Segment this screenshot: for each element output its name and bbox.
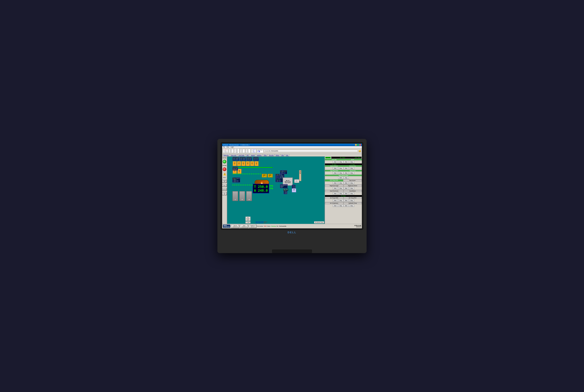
dust-blower-start-button[interactable]: Start [344, 192, 349, 195]
nav-bar: Plant view Drum view Cold Feeds RAP Asph… [222, 154, 362, 156]
menu-view[interactable]: View [226, 146, 229, 148]
baghouse-auger-stop-button[interactable]: Stop [338, 187, 343, 190]
cf6-box[interactable]: CF6 [255, 161, 259, 166]
burner-blower-stop-button[interactable]: Stop [338, 167, 343, 170]
cf4-box[interactable]: CF4 [246, 161, 250, 166]
menu-file[interactable]: File [223, 146, 225, 148]
nav-drum-view[interactable]: Drum view [230, 154, 237, 156]
stop-current-run-button[interactable]: Stopcurrent run [240, 224, 248, 228]
drag-slat-start-button[interactable]: Start [333, 161, 338, 163]
close-button[interactable]: ✕ [359, 144, 361, 146]
dust-blower-stop-button[interactable]: Stop [349, 192, 354, 195]
rap-weigh-belt-start-button[interactable]: Start [333, 182, 338, 184]
air-compressor-start-button[interactable]: Start [333, 204, 338, 207]
nav-cold-feeds[interactable]: Cold Feeds [237, 154, 245, 156]
run-number-label: Run number: [257, 226, 263, 227]
baghouse-auger-start-button[interactable]: Start [333, 187, 338, 190]
ac-pump-fwd-stop-button[interactable]: Stop [338, 199, 343, 202]
drum-start-button[interactable]: Start [344, 161, 349, 163]
exhaust-fan-stop-button[interactable]: Stop [349, 167, 354, 170]
ac1-indicator[interactable]: AC 1 [294, 179, 299, 183]
cf2-box[interactable]: CF2 [237, 161, 241, 166]
nav-silos[interactable]: Silos [280, 154, 285, 156]
batch-button[interactable]: Batch [222, 184, 227, 187]
hot-start-label: Hot Start [223, 157, 226, 158]
cf3-box[interactable]: CF3 [241, 161, 245, 166]
rap-screen-start-button[interactable]: Start [344, 182, 349, 184]
drag-speed-pot: Drag Speed Pot Manual 0.0% [280, 184, 288, 188]
asphalt-button[interactable]: Asphalt4000 [222, 180, 227, 183]
drag-slat-stop-button[interactable]: Stop [338, 161, 343, 163]
nav-motors[interactable]: Motors [275, 154, 280, 156]
agg-screen-stop-button[interactable]: Stop [349, 172, 354, 174]
nav-additives[interactable]: Additives [256, 154, 263, 156]
maximize-button[interactable]: □ [357, 144, 359, 146]
bell-icon[interactable]: 🔔 [358, 150, 361, 152]
monitor-stand [281, 235, 303, 250]
ac-pump-fwd-start-button[interactable]: Start [333, 199, 338, 202]
agg-collector-stop-button[interactable]: Stop [344, 176, 349, 179]
silo-3: 3 [246, 191, 252, 201]
drag-slat-drum-section: Drag Slat Drum Start Stop Start Stop [325, 159, 362, 164]
hydraulic-pump-start-button[interactable]: Start [344, 204, 349, 207]
70amps-left: 70 Amps [325, 164, 343, 165]
dust-pod-screw-stop-button[interactable]: Stop [338, 192, 343, 195]
cf8-box[interactable]: CF8 [237, 169, 241, 174]
silo-batcher-setup-button[interactable]: Silo Batcher Setup [314, 221, 324, 224]
nav-plant-view[interactable]: Plant view [223, 154, 230, 156]
nav-rap[interactable]: RAP [246, 154, 250, 156]
ac-pump-rev-start-button[interactable]: Start [344, 199, 349, 202]
agg-weigh-belt-start-button[interactable]: Start [333, 172, 338, 174]
setup-current-run-button[interactable]: Set-upcurrent run [231, 224, 239, 228]
cf1-data: % 16.7 % 38.9 T 37.1 T 84.8 A 37.0 A 84.… [232, 157, 239, 161]
print-periodic-button[interactable]: Printperiodicreport [245, 216, 251, 221]
drum-sys-button[interactable]: Drum sys. [222, 192, 227, 195]
silo-1: 1 [232, 191, 238, 201]
alarms-label: Alarms [223, 177, 226, 178]
hydraulic-pump-label: Hydraulic Pump [343, 202, 362, 204]
agg-screen-start-button[interactable]: Start [344, 172, 349, 174]
baghouse-airlock-start-button[interactable]: Start [344, 187, 349, 190]
30amps-row: 30 Amps [325, 195, 362, 197]
alarms-icon[interactable]: ⚠️ [223, 172, 226, 176]
exhaust-fan-label: Exhaust Fan [343, 165, 362, 167]
rap-weigh-belt-stop-button[interactable]: Stop [338, 182, 343, 184]
ac-pump-section: AC Pump FWD AC Pump REV Start Stop Start… [325, 197, 362, 202]
amps-right-display: 150 Amps [354, 157, 361, 158]
exhaust-fan-start-button[interactable]: Start [344, 167, 349, 170]
nav-fillers[interactable]: Fillers [263, 154, 268, 156]
baghouse-airlock-stop-button[interactable]: Stop [349, 187, 354, 190]
agg-weigh-belt-stop-button[interactable]: Stop [338, 172, 343, 174]
mix-val: PctFeederMix [279, 226, 286, 227]
menu-login[interactable]: LogIn [231, 146, 234, 148]
air-compressor-label: Air Compressor [325, 202, 343, 204]
cf1-box[interactable]: CF1 [233, 161, 237, 166]
dust-pod-screw-start-button[interactable]: Start [333, 192, 338, 195]
cf3-data: % 0.0 % 0.0 T 0.0 T 0.0 A 0.0 A 0.0 [246, 157, 252, 161]
switch-next-run-button[interactable]: Switch tonext run [249, 224, 256, 228]
nav-misc[interactable]: misc. [285, 154, 289, 156]
ac-pump-rev-stop-button[interactable]: Stop [349, 199, 354, 202]
drum-stop-button[interactable]: Stop [349, 161, 354, 163]
air-compressor-stop-button[interactable]: Stop [338, 204, 343, 207]
stat-group-5: L0.0 T0.0 A0.0 [245, 149, 251, 153]
add1-box[interactable]: ADD 1 [292, 188, 296, 192]
hot-start-button[interactable] [223, 160, 226, 164]
small-sys-button[interactable]: small sys. [222, 188, 227, 190]
hot-stop-button[interactable] [223, 168, 226, 171]
nav-text-view[interactable]: Text view [268, 154, 275, 156]
dell-label: DELL [221, 230, 363, 235]
burner-blower-start-button[interactable]: Start [333, 167, 338, 170]
help-button[interactable]: ? Help [245, 221, 251, 224]
rap2-box[interactable]: RAP2 [268, 174, 273, 178]
nav-asphalt[interactable]: Asphalt [250, 154, 256, 156]
hydraulic-pump-stop-button[interactable]: Stop [349, 204, 354, 207]
cf2-data: % 16.7 % 27.8 T 36.7 T 60.6 A 36.7 A 60.… [239, 157, 246, 161]
agg-collector-start-button[interactable]: Start [338, 176, 343, 179]
filler-data: % 100.0 % 0.0 T 24.2 T 0.0 A 24.2 A 0.0 [280, 170, 287, 174]
rap1-box[interactable]: RAP1 [262, 174, 267, 178]
total-prod-label: Total Prod. [257, 150, 263, 150]
minimize-button[interactable]: _ [355, 144, 357, 146]
cf5-box[interactable]: CF5 [250, 161, 254, 166]
rap-screen-stop-button[interactable]: Stop [349, 182, 354, 184]
